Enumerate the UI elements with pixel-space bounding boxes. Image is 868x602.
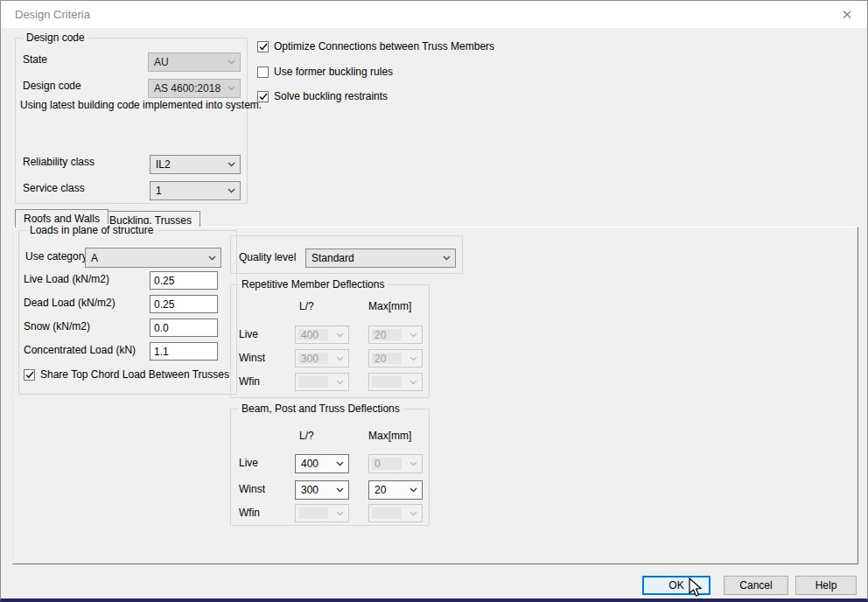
chevron-down-icon — [336, 332, 344, 338]
checkbox-box — [257, 91, 269, 102]
loads-group-title: Loads in plane of structure — [26, 224, 157, 236]
help-button[interactable]: Help — [795, 576, 857, 595]
repetitive-winst-l-select[interactable]: 300 — [295, 349, 349, 368]
beam-col1-header: L/? — [299, 430, 314, 442]
use-category-select[interactable]: A — [85, 248, 221, 268]
beam-row-label: Winst — [239, 483, 265, 495]
solve-restraints-checkbox[interactable]: Solve buckling restraints — [257, 90, 388, 102]
beam-wfin-l-select[interactable] — [295, 504, 349, 522]
repetitive-row-label: Live — [239, 328, 258, 340]
repetitive-live-l-select[interactable]: 400 — [295, 326, 349, 344]
state-select[interactable]: AU — [148, 52, 241, 72]
beam-col2-header: Max[mm] — [368, 430, 411, 442]
repetitive-row-label: Wfin — [239, 375, 260, 388]
close-icon[interactable]: ✕ — [839, 7, 855, 23]
former-buckling-label: Use former buckling rules — [274, 66, 393, 78]
chevron-down-icon — [410, 511, 417, 516]
chevron-down-icon — [336, 380, 344, 385]
chevron-down-icon — [336, 461, 344, 466]
design-criteria-dialog: Design Criteria ✕ Design code State AU D… — [0, 0, 868, 602]
former-buckling-checkbox[interactable]: Use former buckling rules — [257, 66, 393, 78]
checkbox-box — [257, 66, 269, 78]
chevron-down-icon — [228, 86, 235, 91]
dead-load-label: Dead Load (kN/m2) — [24, 297, 116, 309]
chevron-down-icon — [228, 162, 235, 167]
repetitive-col1-header: L/? — [299, 300, 314, 312]
share-top-chord-checkbox[interactable]: Share Top Chord Load Between Trusses — [24, 368, 229, 381]
repetitive-row-label: Winst — [239, 352, 265, 364]
reliability-class-select[interactable]: IL2 — [150, 155, 241, 174]
repetitive-live-max-select[interactable]: 20 — [368, 326, 423, 344]
snow-load-input[interactable] — [150, 318, 218, 337]
state-label: State — [23, 53, 47, 66]
check-icon — [259, 93, 268, 101]
repetitive-wfin-l-select[interactable] — [295, 373, 349, 391]
chevron-down-icon — [410, 461, 417, 466]
repetitive-deflections-title: Repetitive Member Deflections — [238, 278, 388, 290]
reliability-class-label: Reliability class — [23, 156, 94, 168]
concentrated-load-label: Concentrated Load (kN) — [24, 344, 136, 356]
cancel-button[interactable]: Cancel — [724, 576, 788, 595]
chevron-down-icon — [410, 356, 417, 361]
beam-winst-l-select[interactable]: 300 — [295, 480, 349, 500]
repetitive-col2-header: Max[mm] — [368, 300, 411, 312]
chevron-down-icon — [410, 332, 417, 338]
concentrated-load-input[interactable] — [150, 342, 218, 360]
service-class-select[interactable]: 1 — [150, 181, 241, 200]
dead-load-input[interactable] — [150, 295, 218, 313]
share-top-chord-label: Share Top Chord Load Between Trusses — [40, 368, 229, 381]
solve-restraints-label: Solve buckling restraints — [274, 90, 388, 102]
live-load-input[interactable] — [150, 271, 218, 290]
beam-live-l-select[interactable]: 400 — [295, 454, 349, 473]
repetitive-wfin-max-select[interactable] — [368, 373, 423, 391]
dialog-title: Design Criteria — [15, 8, 90, 21]
beam-row-label: Live — [239, 457, 258, 469]
chevron-down-icon — [336, 356, 344, 361]
quality-level-select[interactable]: Standard — [305, 248, 456, 268]
checkbox-box — [24, 369, 35, 381]
ok-button[interactable]: OK — [642, 576, 710, 595]
snow-load-label: Snow (kN/m2) — [24, 320, 90, 332]
chevron-down-icon — [410, 487, 417, 493]
chevron-down-icon — [410, 380, 417, 385]
design-code-label: Design code — [23, 80, 81, 92]
check-icon — [25, 371, 34, 379]
chevron-down-icon — [208, 256, 216, 261]
chevron-down-icon — [228, 60, 235, 65]
chevron-down-icon — [336, 487, 344, 493]
optimize-connections-label: Optimize Connections between Truss Membe… — [274, 40, 494, 52]
chevron-down-icon — [336, 511, 344, 516]
title-bar: Design Criteria ✕ — [1, 1, 867, 28]
beam-deflections-title: Beam, Post and Truss Deflections — [238, 402, 403, 415]
checkbox-box — [257, 41, 269, 52]
beam-wfin-max-select[interactable] — [368, 504, 423, 522]
beam-winst-max-select[interactable]: 20 — [368, 480, 423, 500]
design-code-select[interactable]: AS 4600:2018 — [148, 79, 241, 98]
chevron-down-icon — [228, 188, 235, 193]
chevron-down-icon — [443, 256, 451, 261]
design-code-group-title: Design code — [23, 32, 88, 44]
beam-row-label: Wfin — [239, 507, 260, 519]
quality-level-label: Quality level — [239, 251, 296, 263]
check-icon — [259, 43, 268, 51]
repetitive-winst-max-select[interactable]: 20 — [368, 349, 423, 368]
service-class-label: Service class — [23, 182, 85, 194]
design-code-note: Using latest building code implemented i… — [20, 99, 243, 111]
beam-live-max-select[interactable]: 0 — [368, 454, 423, 473]
live-load-label: Live Load (kN/m2) — [24, 273, 109, 285]
optimize-connections-checkbox[interactable]: Optimize Connections between Truss Membe… — [257, 40, 494, 52]
use-category-label: Use category — [25, 250, 88, 262]
